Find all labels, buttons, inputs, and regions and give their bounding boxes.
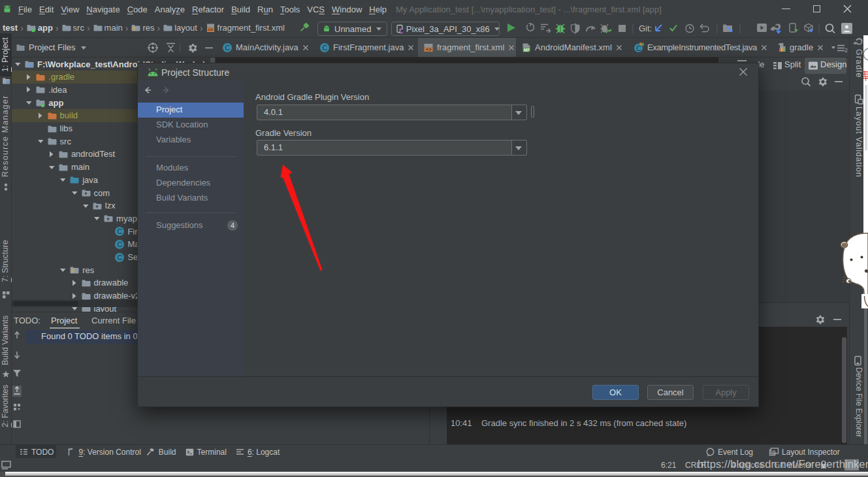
svg-text:C: C	[323, 44, 328, 52]
svg-text:MF: MF	[524, 47, 530, 52]
svg-text:<>: <>	[208, 28, 213, 33]
svg-text:C: C	[225, 44, 231, 52]
svg-text:Git:: Git:	[639, 24, 652, 33]
svg-text:2: 2	[844, 47, 848, 53]
svg-text:<>: <>	[426, 47, 432, 52]
svg-text:C: C	[118, 254, 123, 261]
svg-text:C: C	[118, 240, 123, 248]
svg-text:C: C	[118, 227, 123, 235]
